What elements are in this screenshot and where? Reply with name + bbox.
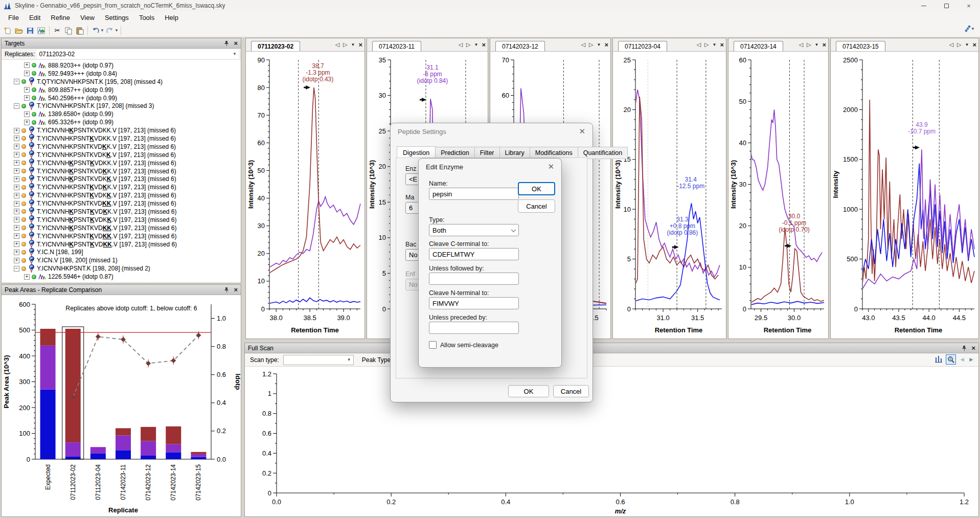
next-tab-icon[interactable]: ▷ <box>807 41 811 48</box>
edit-enzyme-ok-button[interactable]: OK <box>518 182 555 195</box>
edit-enzyme-title-bar[interactable]: Edit Enzyme ✕ <box>419 159 561 175</box>
target-row[interactable]: +PYT.YICNVNHKPSNTKVDKK.V [197, 213] (mis… <box>2 240 241 249</box>
expander-icon[interactable]: + <box>14 128 19 133</box>
pin-icon[interactable] <box>961 345 967 351</box>
unless-preceded-by-field[interactable] <box>429 322 519 334</box>
target-row[interactable]: +PYT.YICNVNHKPSNTKVDKK.V [197, 213] (mis… <box>2 175 241 183</box>
target-row[interactable]: +PYT.YICNVNHKPSNTKVDKK.V [197, 213] (mis… <box>2 191 241 199</box>
target-row[interactable]: +809.8857++ (idotp 0.99) <box>2 86 241 94</box>
target-row[interactable]: +PYT.YICNVNHKPSNTKVDKK.V [197, 213] (mis… <box>2 143 241 151</box>
close-tab-icon[interactable]: × <box>720 41 724 49</box>
undo-dropdown-icon[interactable]: ▼ <box>100 28 104 33</box>
next-scan-icon[interactable]: ► <box>968 356 974 363</box>
import-results-icon[interactable] <box>36 26 47 36</box>
bar-Expected[interactable] <box>40 346 56 390</box>
tab-menu-icon[interactable]: ▼ <box>474 42 478 47</box>
expander-icon[interactable]: + <box>14 185 19 190</box>
expander-icon[interactable]: + <box>14 193 19 198</box>
bar-07142023-11[interactable] <box>116 436 131 451</box>
allow-semi-cleavage-checkbox[interactable] <box>429 341 437 349</box>
pin-icon[interactable] <box>223 287 230 293</box>
tab-menu-icon[interactable]: ▼ <box>712 42 716 47</box>
open-folder-icon[interactable] <box>14 26 24 36</box>
target-row[interactable]: +1226.5946+ (idotp 0.87) <box>2 273 241 281</box>
chromatogram-chart-07112023-04[interactable]: 051015202531.031.531.4-12.5 ppm31.3+0.8 … <box>613 52 726 339</box>
peak-areas-caption[interactable]: Peak Areas - Replicate Comparison × <box>2 285 241 295</box>
copy-icon[interactable] <box>63 26 74 36</box>
restore-button[interactable] <box>935 0 958 11</box>
menu-edit[interactable]: Edit <box>24 12 45 23</box>
target-row[interactable]: +540.2596+++ (idotp 0.99) <box>2 94 241 102</box>
target-row[interactable]: +PYT.YICNVNHKPSNTKVDKK.V [197, 213] (mis… <box>2 232 241 240</box>
save-icon[interactable] <box>25 26 35 36</box>
close-panel-icon[interactable]: × <box>234 39 238 47</box>
menu-refine[interactable]: Refine <box>45 12 75 23</box>
next-tab-icon[interactable]: ▷ <box>957 41 961 48</box>
close-dialog-icon[interactable]: ✕ <box>548 162 554 171</box>
target-row[interactable]: −PYT.QTYICNVNHKPSNT.K [195, 208] (missed… <box>2 78 241 86</box>
close-button[interactable]: × <box>958 0 980 11</box>
spectrum-chart-icon[interactable] <box>935 355 943 365</box>
expander-icon[interactable]: + <box>24 62 30 68</box>
target-row[interactable]: +PYT.YICNVNHKPSNTKVDKK.V [197, 213] (mis… <box>2 216 241 224</box>
expander-icon[interactable]: + <box>24 274 30 280</box>
tab-07112023-02[interactable]: 07112023-02 <box>251 41 300 51</box>
tab-menu-icon[interactable]: ▼ <box>814 42 818 47</box>
cleave-c-terminal-field[interactable]: CDEFLMTWY <box>429 248 519 260</box>
redo-dropdown-icon[interactable]: ▼ <box>115 28 119 33</box>
redo-icon[interactable] <box>105 26 115 36</box>
bar-07112023-04[interactable] <box>90 447 106 454</box>
target-row[interactable]: −PYY.ICNVNHKPSNT.K [198, 208] (missed 2) <box>2 264 241 273</box>
target-row[interactable]: +PYT.YICNVNHKPSNTKVDKK.V [197, 213] (mis… <box>2 199 241 208</box>
expander-icon[interactable]: + <box>24 95 30 101</box>
prev-tab-icon[interactable]: ◁ <box>335 41 339 48</box>
bar-07142023-12[interactable] <box>141 427 156 441</box>
close-tab-icon[interactable]: × <box>482 41 486 49</box>
edit-enzyme-cancel-button[interactable]: Cancel <box>518 199 555 213</box>
minimize-button[interactable] <box>913 0 935 11</box>
unless-followed-by-field[interactable] <box>429 273 519 285</box>
target-row[interactable]: +PYT.YICNVNHKPSNTKVDKK.V [197, 213] (mis… <box>2 126 241 134</box>
undo-icon[interactable] <box>90 26 101 36</box>
expander-icon[interactable]: + <box>24 87 30 93</box>
prev-tab-icon[interactable]: ◁ <box>799 41 803 48</box>
tab-07142023-15[interactable]: 07142023-15 <box>836 41 885 51</box>
full-scan-chart[interactable]: 00.20.40.60.811.20.00.20.40.60.81.01.2m/… <box>245 367 978 516</box>
expander-icon[interactable]: + <box>14 201 19 207</box>
target-row[interactable]: +PYT.YICNVNHKPSNTKVDKK.V [197, 213] (mis… <box>2 159 241 167</box>
expander-icon[interactable]: + <box>14 160 19 166</box>
bar-07112023-02[interactable] <box>65 329 81 442</box>
next-tab-icon[interactable]: ▷ <box>343 41 347 48</box>
expander-icon[interactable]: + <box>24 71 30 76</box>
name-field[interactable]: pepsin <box>429 188 519 200</box>
expander-icon[interactable]: − <box>14 103 19 109</box>
chromatogram-chart-07112023-02[interactable]: 010203040506070809038.038.539.038.7-1.3 … <box>246 52 364 339</box>
peptide-settings-ok-button[interactable]: OK <box>508 385 549 397</box>
bar-07142023-15[interactable] <box>191 452 206 454</box>
prev-tab-icon[interactable]: ◁ <box>581 41 585 48</box>
close-panel-icon[interactable]: × <box>971 344 975 352</box>
zoom-icon[interactable] <box>946 354 956 365</box>
target-row[interactable]: +PYT.YICNVNHKPSNTKVDKK.V [197, 213] (mis… <box>2 224 241 232</box>
close-tab-icon[interactable]: × <box>972 41 976 49</box>
target-row[interactable]: +PYT.YICNVNHKPSNTKVDKK.V [197, 213] (mis… <box>2 134 241 143</box>
target-row[interactable]: +PYY.ICN.V [198, 200] (missed 1) <box>2 256 241 264</box>
bar-07142023-14[interactable] <box>166 444 181 453</box>
target-row[interactable]: +PYT.YICNVNHKPSNTKVDKK.V [197, 213] (mis… <box>2 151 241 159</box>
bar-07142023-12[interactable] <box>141 456 156 459</box>
expander-icon[interactable]: + <box>14 152 19 157</box>
bar-07142023-14[interactable] <box>166 452 181 459</box>
bar-Expected[interactable] <box>40 390 56 459</box>
close-tab-icon[interactable]: × <box>604 41 608 49</box>
peptide-settings-title-bar[interactable]: Peptide Settings ✕ <box>391 123 592 140</box>
expander-icon[interactable]: + <box>14 250 19 255</box>
expander-icon[interactable]: + <box>14 176 19 182</box>
expander-icon[interactable]: + <box>14 217 19 222</box>
bar-07142023-11[interactable] <box>116 450 131 459</box>
bar-07142023-12[interactable] <box>141 441 156 456</box>
prev-tab-icon[interactable]: ◁ <box>459 41 463 48</box>
expander-icon[interactable]: − <box>14 79 19 84</box>
menu-file[interactable]: File <box>3 12 24 23</box>
expander-icon[interactable]: + <box>24 120 30 125</box>
expander-icon[interactable]: + <box>24 111 30 117</box>
